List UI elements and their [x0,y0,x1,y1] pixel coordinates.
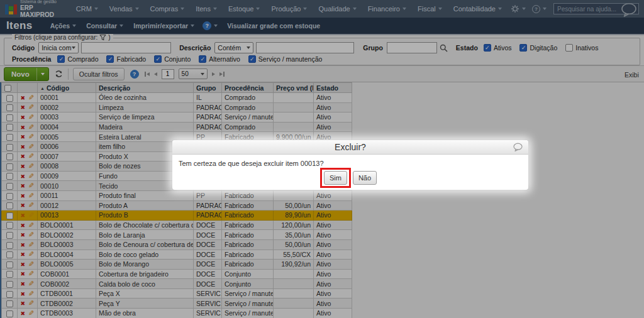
sim-button-wrap: Sim [324,171,347,185]
dialog-titlebar: Excluir? [172,140,528,155]
dialog-buttons: Sim Não [172,171,528,185]
dialog-message: Tem certeza de que deseja excluir item 0… [172,155,528,167]
sim-button[interactable]: Sim [324,171,347,185]
nao-button[interactable]: Não [353,171,377,185]
chat-bubble-icon[interactable] [513,143,523,152]
delete-confirmation-dialog: Excluir? Tem certeza de que deseja exclu… [172,140,528,190]
erp-maxiprod-screen: Sistema de gestão ERP MAXIPROD CRMVendas… [0,0,644,318]
dialog-title: Excluir? [335,142,366,152]
